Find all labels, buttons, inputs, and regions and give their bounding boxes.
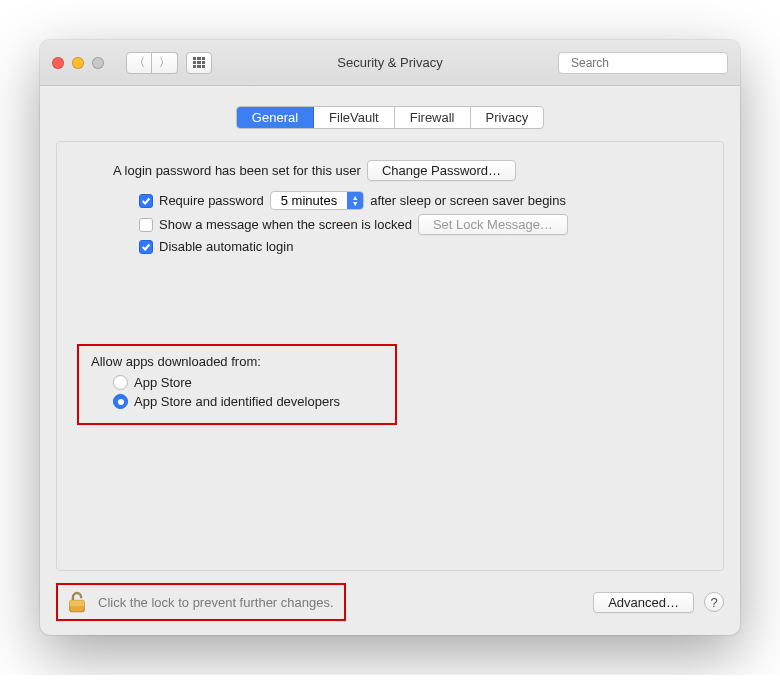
show-message-row: Show a message when the screen is locked… bbox=[139, 214, 703, 235]
forward-button[interactable]: 〉 bbox=[152, 52, 178, 74]
titlebar: 〈 〉 Security & Privacy bbox=[40, 40, 740, 86]
tab-group: General FileVault Firewall Privacy bbox=[236, 106, 544, 129]
search-input[interactable] bbox=[569, 55, 723, 71]
window-title: Security & Privacy bbox=[337, 55, 442, 70]
password-delay-value: 5 minutes bbox=[271, 192, 347, 209]
tab-firewall[interactable]: Firewall bbox=[395, 107, 471, 128]
help-button[interactable]: ? bbox=[704, 592, 724, 612]
lock-highlight: Click the lock to prevent further change… bbox=[56, 583, 346, 621]
chevron-right-icon: 〉 bbox=[159, 55, 170, 70]
lock-text: Click the lock to prevent further change… bbox=[98, 595, 334, 610]
change-password-button[interactable]: Change Password… bbox=[367, 160, 516, 181]
allow-app-store-row: App Store bbox=[113, 375, 383, 390]
tab-general[interactable]: General bbox=[237, 107, 314, 128]
require-password-checkbox[interactable] bbox=[139, 194, 153, 208]
up-down-icon: ▲▼ bbox=[347, 192, 363, 209]
require-password-label: Require password bbox=[159, 193, 264, 208]
show-all-button[interactable] bbox=[186, 52, 212, 74]
checkmark-icon bbox=[141, 242, 151, 252]
tabs: General FileVault Firewall Privacy bbox=[56, 106, 724, 129]
window-body: General FileVault Firewall Privacy A log… bbox=[40, 86, 740, 635]
nav-buttons: 〈 〉 bbox=[126, 52, 212, 74]
allow-app-store-label: App Store bbox=[134, 375, 192, 390]
preferences-window: 〈 〉 Security & Privacy General FileVa bbox=[40, 40, 740, 635]
footer: Click the lock to prevent further change… bbox=[56, 583, 724, 621]
lock-icon[interactable] bbox=[64, 589, 90, 615]
disable-auto-login-checkbox[interactable] bbox=[139, 240, 153, 254]
tab-filevault[interactable]: FileVault bbox=[314, 107, 395, 128]
search-field[interactable] bbox=[558, 52, 728, 74]
allow-apps-section: Allow apps downloaded from: App Store Ap… bbox=[77, 344, 703, 425]
allow-app-store-radio[interactable] bbox=[113, 375, 128, 390]
password-delay-select[interactable]: 5 minutes ▲▼ bbox=[270, 191, 364, 210]
show-message-label: Show a message when the screen is locked bbox=[159, 217, 412, 232]
allow-identified-label: App Store and identified developers bbox=[134, 394, 340, 409]
set-lock-message-button[interactable]: Set Lock Message… bbox=[418, 214, 568, 235]
zoom-window-button[interactable] bbox=[92, 57, 104, 69]
advanced-button[interactable]: Advanced… bbox=[593, 592, 694, 613]
require-password-row: Require password 5 minutes ▲▼ after slee… bbox=[139, 191, 703, 210]
show-message-checkbox[interactable] bbox=[139, 218, 153, 232]
chevron-left-icon: 〈 bbox=[134, 55, 145, 70]
svg-rect-1 bbox=[70, 600, 85, 606]
checkmark-icon bbox=[141, 196, 151, 206]
allow-apps-highlight: Allow apps downloaded from: App Store Ap… bbox=[77, 344, 397, 425]
close-window-button[interactable] bbox=[52, 57, 64, 69]
minimize-window-button[interactable] bbox=[72, 57, 84, 69]
disable-auto-login-label: Disable automatic login bbox=[159, 239, 293, 254]
tab-privacy[interactable]: Privacy bbox=[471, 107, 544, 128]
back-button[interactable]: 〈 bbox=[126, 52, 152, 74]
grid-icon bbox=[193, 57, 205, 69]
login-password-row: A login password has been set for this u… bbox=[113, 160, 703, 181]
allow-identified-row: App Store and identified developers bbox=[113, 394, 383, 409]
allow-apps-heading: Allow apps downloaded from: bbox=[91, 354, 383, 369]
disable-auto-login-row: Disable automatic login bbox=[139, 239, 703, 254]
require-password-suffix: after sleep or screen saver begins bbox=[370, 193, 566, 208]
allow-identified-radio[interactable] bbox=[113, 394, 128, 409]
login-password-text: A login password has been set for this u… bbox=[113, 163, 361, 178]
general-panel: A login password has been set for this u… bbox=[56, 141, 724, 571]
traffic-lights bbox=[52, 57, 104, 69]
